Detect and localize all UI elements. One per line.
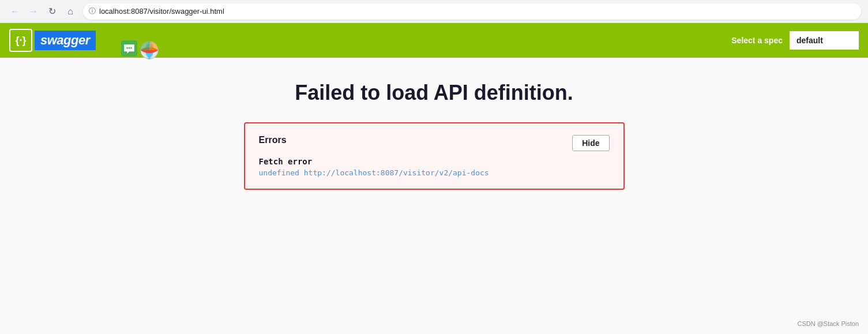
browser-chrome: ← → ↻ ⌂ ⓘ localhost:8087/visitor/swagger… bbox=[0, 0, 868, 23]
url-text: localhost:8087/visitor/swagger-ui.html bbox=[99, 3, 224, 20]
fetch-error-url: undefined http://localhost:8087/visitor/… bbox=[259, 168, 610, 177]
swagger-text-box: swagger bbox=[35, 31, 96, 50]
svg-point-2 bbox=[129, 47, 130, 49]
error-heading: Failed to load API definition. bbox=[295, 81, 573, 105]
header-icons bbox=[121, 40, 159, 60]
hide-button[interactable]: Hide bbox=[572, 135, 609, 151]
nav-buttons: ← → ↻ ⌂ bbox=[7, 3, 78, 20]
spec-selector: Select a spec default bbox=[731, 31, 859, 50]
globe-icon bbox=[140, 40, 159, 60]
watermark: CSDN @Stack Piston bbox=[797, 320, 859, 327]
swagger-logo-wrapper: {·} swagger bbox=[9, 29, 96, 52]
reload-button[interactable]: ↻ bbox=[44, 3, 60, 20]
main-content: Failed to load API definition. Errors Hi… bbox=[0, 58, 868, 334]
select-spec-label: Select a spec bbox=[731, 36, 783, 45]
back-button[interactable]: ← bbox=[7, 3, 23, 20]
swagger-header: {·} swagger Select a sp bbox=[0, 23, 868, 58]
lock-icon: ⓘ bbox=[89, 6, 96, 16]
swagger-label: swagger bbox=[40, 33, 90, 47]
error-box: Errors Hide Fetch error undefined http:/… bbox=[244, 122, 625, 190]
spec-dropdown[interactable]: default bbox=[790, 31, 859, 50]
home-button[interactable]: ⌂ bbox=[62, 3, 78, 20]
forward-button[interactable]: → bbox=[25, 3, 42, 20]
fetch-error-label: Fetch error bbox=[259, 157, 610, 166]
swagger-braces-icon: {·} bbox=[9, 29, 32, 52]
errors-label: Errors bbox=[259, 135, 287, 145]
chat-bubble-icon bbox=[121, 40, 137, 57]
svg-point-1 bbox=[126, 47, 128, 49]
svg-point-3 bbox=[130, 47, 132, 49]
error-box-header: Errors Hide bbox=[259, 135, 610, 151]
address-bar-wrapper: ⓘ localhost:8087/visitor/swagger-ui.html bbox=[83, 3, 861, 20]
address-bar[interactable]: ⓘ localhost:8087/visitor/swagger-ui.html bbox=[83, 3, 861, 20]
